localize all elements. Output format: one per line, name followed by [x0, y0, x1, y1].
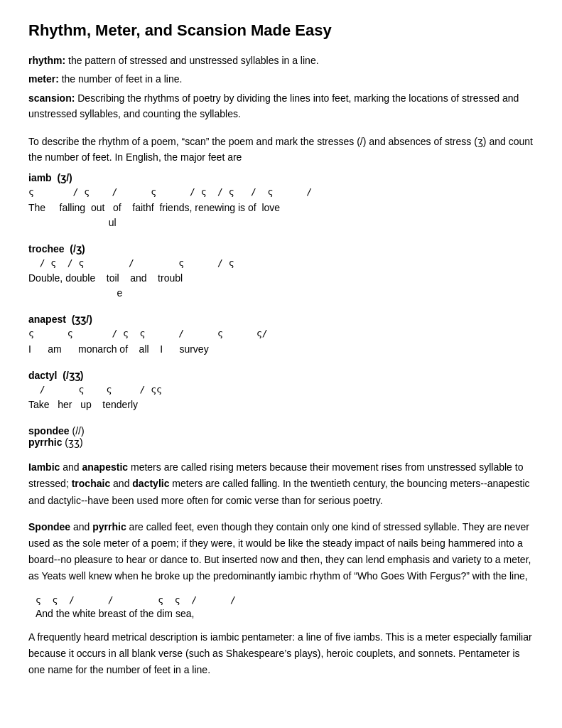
anapestic-bold: anapestic: [82, 461, 129, 473]
rhythm-term: rhythm:: [28, 55, 65, 66]
example-scansion: ς ς / / ς ς / /: [36, 594, 534, 605]
trochee-words: Double, double toil and troubl e: [28, 271, 534, 301]
dactyl-section: dactyl (/ʒʒ) / ς ς / ςς Take her up tend…: [28, 370, 534, 413]
iambic-bold: Iambic: [28, 461, 60, 473]
meter-term: meter:: [28, 73, 59, 85]
iamb-name: iamb (ʒ/): [28, 172, 534, 183]
iambic-anapestic-paragraph: Iambic and anapestic meters are called r…: [28, 459, 534, 508]
anapest-name: anapest (ʒʒ/): [28, 314, 534, 325]
iamb-section: iamb (ʒ/) ς / ς / ς / ς / ς / ς / The fa…: [28, 172, 534, 230]
anapest-words: I am monarch of all I survey: [28, 342, 534, 357]
trochee-name: trochee (/ʒ): [28, 243, 534, 255]
pyrrhic-bold: pyrrhic: [92, 521, 126, 532]
example-words: And the white breast of the dim sea,: [36, 608, 534, 619]
intro-paragraph: To describe the rhythm of a poem, “scan”…: [28, 134, 534, 166]
spondee-line: spondee (//): [28, 425, 534, 437]
final-paragraph: A frequently heard metrical description …: [28, 629, 534, 678]
rhythm-definition: rhythm: the pattern of stressed and unst…: [28, 53, 534, 68]
definitions-section: rhythm: the pattern of stressed and unst…: [28, 53, 534, 122]
trochee-section: trochee (/ʒ) / ς / ς / ς / ς Double, dou…: [28, 243, 534, 301]
dactyl-name: dactyl (/ʒʒ): [28, 370, 534, 381]
trochaic-bold: trochaic: [72, 478, 110, 489]
spondee-pyrrhic-paragraph: Spondee and pyrrhic are called feet, eve…: [28, 519, 534, 584]
iamb-words: The falling out of faithf friends, renew…: [28, 200, 534, 230]
anapest-section: anapest (ʒʒ/) ς ς / ς ς / ς ς/ I am mona…: [28, 314, 534, 357]
dactyl-words: Take her up tenderly: [28, 397, 534, 412]
iamb-scansion: ς / ς / ς / ς / ς / ς /: [28, 185, 534, 199]
scansion-definition: scansion: Describing the rhythms of poet…: [28, 90, 534, 122]
spondee-bold: Spondee: [28, 521, 70, 532]
meter-definition: meter: the number of feet in a line.: [28, 71, 534, 87]
dactyl-scansion: / ς ς / ςς: [28, 382, 534, 397]
scansion-term: scansion:: [28, 92, 75, 104]
page-title: Rhythm, Meter, and Scansion Made Easy: [28, 21, 534, 40]
pyrrhic-line: pyrrhic (ʒʒ): [28, 437, 534, 448]
dactylic-bold: dactylic: [132, 478, 169, 489]
trochee-scansion: / ς / ς / ς / ς: [28, 256, 534, 270]
spondee-pyrrhic-section: spondee (//) pyrrhic (ʒʒ): [28, 425, 534, 448]
anapest-scansion: ς ς / ς ς / ς ς/: [28, 326, 534, 341]
